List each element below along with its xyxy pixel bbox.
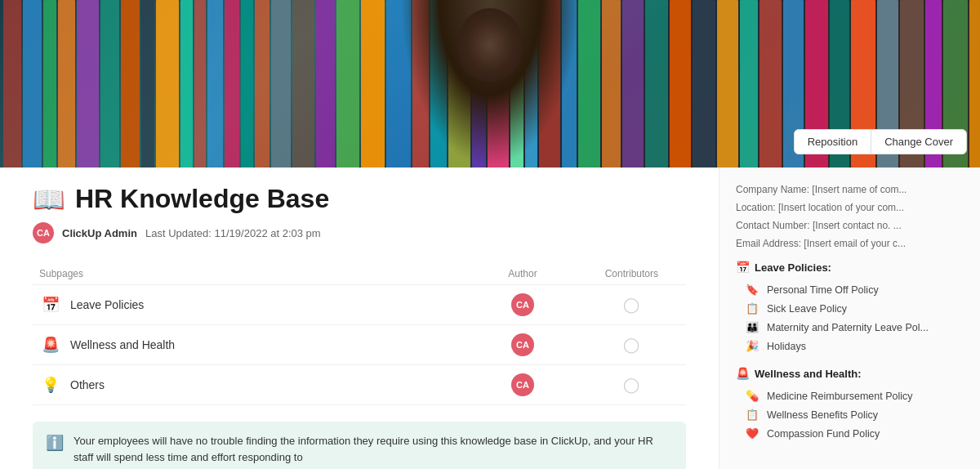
sidebar-item-label: Personal Time Off Policy (767, 284, 879, 296)
table-row[interactable]: 📅 Leave Policies CA ◯ (33, 285, 686, 325)
subpage-name: Leave Policies (70, 298, 144, 311)
sidebar-wellness-header: 🚨 Wellness and Health: (733, 367, 967, 380)
author-name: ClickUp Admin (62, 227, 137, 239)
info-callout: ℹ️ Your employees will have no trouble f… (33, 422, 686, 469)
sidebar-item-label: Sick Leave Policy (767, 303, 847, 315)
change-cover-button[interactable]: Change Cover (871, 130, 966, 154)
reposition-button[interactable]: Reposition (795, 130, 871, 154)
info-callout-text: Your employees will have no trouble find… (74, 433, 673, 465)
sidebar-leave-item[interactable]: 📋 Sick Leave Policy (733, 299, 967, 318)
col-header-author: Author (468, 263, 577, 285)
page-title-row: 📖 HR Knowledge Base (33, 184, 686, 214)
sidebar-leave-item[interactable]: 👪 Maternity and Paternity Leave Pol... (733, 318, 967, 337)
subpages-table: Subpages Author Contributors 📅 Leave Pol… (33, 263, 686, 405)
author-avatar-cell: CA (511, 293, 534, 316)
meta-row: CA ClickUp Admin Last Updated: 11/19/202… (33, 222, 686, 243)
sidebar-item-label: Compassion Fund Policy (767, 428, 880, 440)
sidebar-location: Location: [Insert location of your com..… (733, 202, 967, 213)
cover-controls: Reposition Change Cover (794, 129, 967, 154)
page-icon: 📖 (33, 186, 65, 212)
sidebar-item-icon: 📋 (746, 302, 760, 315)
sidebar-leave-item[interactable]: 🎉 Holidays (733, 337, 967, 355)
sidebar-item-icon: ❤️ (746, 427, 760, 440)
sidebar-leave-item[interactable]: 🔖 Personal Time Off Policy (733, 280, 967, 299)
sidebar-item-icon: 👪 (746, 321, 760, 333)
sidebar-wellness-item[interactable]: 📋 Wellness Benefits Policy (733, 405, 967, 424)
sidebar-leave-policies-header: 📅 Leave Policies: (733, 261, 967, 274)
sidebar-item-label: Maternity and Paternity Leave Pol... (767, 322, 929, 333)
cover-image: Reposition Change Cover (0, 0, 980, 168)
sidebar-wellness-item[interactable]: 💊 Medicine Reimbursement Policy (733, 386, 967, 405)
sidebar-item-label: Wellness Benefits Policy (767, 409, 878, 421)
wellness-label: Wellness and Health: (755, 368, 862, 380)
info-callout-icon: ℹ️ (46, 434, 64, 452)
col-header-subpages: Subpages (33, 263, 468, 285)
wellness-section-icon: 🚨 (736, 367, 750, 380)
sidebar-contact: Contact Number: [Insert contact no. ... (733, 220, 967, 231)
author-avatar: CA (33, 222, 54, 243)
leave-policies-section-icon: 📅 (736, 261, 750, 274)
col-header-contributors: Contributors (577, 263, 686, 285)
subpage-name: Others (70, 378, 105, 391)
subpage-name: Wellness and Health (70, 338, 175, 351)
subpage-icon: 📅 (39, 296, 62, 314)
table-row[interactable]: 💡 Others CA ◯ (33, 365, 686, 405)
contributor-icon: ◯ (623, 297, 639, 313)
sidebar: Company Name: [Insert name of com... Loc… (719, 168, 980, 469)
sidebar-wellness-item[interactable]: ❤️ Compassion Fund Policy (733, 424, 967, 443)
page-title: HR Knowledge Base (75, 184, 329, 214)
content-area: 📖 HR Knowledge Base CA ClickUp Admin Las… (0, 168, 719, 469)
author-avatar-cell: CA (511, 373, 534, 396)
sidebar-item-icon: 💊 (746, 390, 760, 402)
sidebar-leave-items: 🔖 Personal Time Off Policy 📋 Sick Leave … (733, 280, 967, 355)
sidebar-item-icon: 🔖 (746, 284, 760, 296)
sidebar-item-label: Medicine Reimbursement Policy (767, 391, 913, 402)
contributor-icon: ◯ (623, 337, 639, 353)
subpage-icon: 🚨 (39, 336, 62, 354)
table-row[interactable]: 🚨 Wellness and Health CA ◯ (33, 325, 686, 365)
sidebar-email: Email Address: [Insert email of your c..… (733, 238, 967, 249)
contributor-icon: ◯ (623, 377, 639, 393)
cover-person-silhouette (400, 0, 580, 168)
subpage-icon: 💡 (39, 376, 62, 394)
sidebar-item-icon: 🎉 (746, 340, 760, 352)
sidebar-wellness-items: 💊 Medicine Reimbursement Policy 📋 Wellne… (733, 386, 967, 443)
author-avatar-cell: CA (511, 333, 534, 356)
sidebar-company-name: Company Name: [Insert name of com... (733, 184, 967, 195)
leave-policies-label: Leave Policies: (755, 261, 831, 274)
last-updated: Last Updated: 11/19/2022 at 2:03 pm (145, 227, 321, 239)
main-layout: 📖 HR Knowledge Base CA ClickUp Admin Las… (0, 168, 980, 469)
sidebar-item-label: Holidays (767, 341, 806, 352)
sidebar-item-icon: 📋 (746, 409, 760, 421)
